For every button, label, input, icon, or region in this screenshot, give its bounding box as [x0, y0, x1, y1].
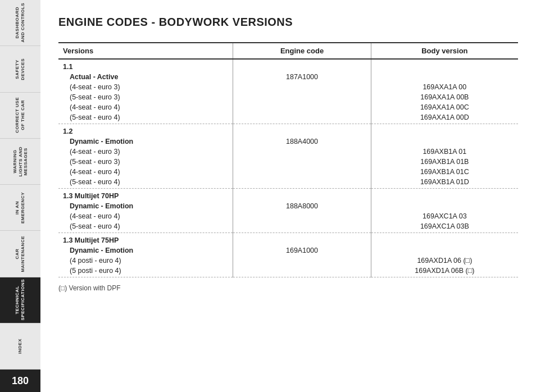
sidebar-item-correct-use-of-the-car[interactable]: CORRECT USEOF THE CAR	[0, 93, 40, 139]
subsection-label: Dynamic - Emotion	[58, 245, 233, 256]
table-row: 1.1	[58, 59, 518, 72]
engine-code-1-3-75: 169A1000	[233, 245, 371, 256]
section-label-1-3-75: 1.3 Multijet 75HP	[58, 233, 233, 246]
body-version: 169AXA1A 00D	[371, 112, 518, 124]
table-row: (5-seat - euro 4) 169AXA1A 00D	[58, 112, 518, 124]
sidebar-item-dashboard-and-controls[interactable]: DASHBOARDAND CONTROLS	[0, 0, 40, 46]
body-version: 169AXD1A 06 (□)	[371, 256, 518, 266]
table-row: 1.3 Multijet 75HP	[58, 233, 518, 246]
sidebar-item-warning-lights-and-messages[interactable]: WARNINGLIGHTS ANDMESSAGES	[0, 139, 40, 185]
table-row: (4-seat - euro 3) 169AXA1A 00	[58, 82, 518, 92]
subsection-label: Dynamic - Emotion	[58, 136, 233, 147]
body-version: 169AXA1A 00	[371, 82, 518, 92]
page-title: ENGINE CODES - BODYWORK VERSIONS	[58, 16, 518, 29]
main-content: ENGINE CODES - BODYWORK VERSIONS Version…	[40, 0, 536, 392]
subsection-label: Actual - Active	[58, 72, 233, 82]
table-row: (5-seat - euro 3) 169AXA1A 00B	[58, 92, 518, 102]
table-row: (4-seat - euro 4) 169AXC1A 03	[58, 211, 518, 221]
table-row: (4-seat - euro 4) 169AXA1A 00C	[58, 102, 518, 112]
body-version: 169AXB1A 01	[371, 147, 518, 157]
table-row: (4-seat - euro 3) 169AXB1A 01	[58, 147, 518, 157]
col-header-engine-code: Engine code	[233, 43, 371, 59]
engine-codes-table: Versions Engine code Body version 1.1 Ac…	[58, 42, 518, 277]
table-row: 1.2	[58, 124, 518, 137]
engine-code-1-1: 187A1000	[233, 72, 371, 82]
table-row: Dynamic - Emotion 169A1000	[58, 245, 518, 256]
body-version: 169AXA1A 00B	[371, 92, 518, 102]
body-version: 169AXB1A 01D	[371, 177, 518, 189]
table-row: (5-seat - euro 3) 169AXB1A 01B	[58, 157, 518, 167]
engine-code-1-2: 188A4000	[233, 136, 371, 147]
sidebar-item-index[interactable]: INDEX	[0, 323, 40, 370]
sidebar-item-in-an-emergency[interactable]: IN ANEMERGENCY	[0, 185, 40, 231]
footnote: (□) Version with DPF	[58, 284, 518, 292]
table-row: (4-seat - euro 4) 169AXB1A 01C	[58, 167, 518, 177]
body-version: 169AXC1A 03	[371, 211, 518, 221]
col-header-version: Versions	[58, 43, 233, 59]
body-version: 169AXB1A 01B	[371, 157, 518, 167]
section-label-1-3-70: 1.3 Multijet 70HP	[58, 189, 233, 202]
table-row: (5 posti - euro 4) 169AXD1A 06B (□)	[58, 266, 518, 277]
col-header-body-version: Body version	[371, 43, 518, 59]
table-row: (5-seat - euro 4) 169AXB1A 01D	[58, 177, 518, 189]
page-number: 180	[0, 370, 40, 392]
subsection-label: Dynamic - Emotion	[58, 201, 233, 211]
body-version: 169AXB1A 01C	[371, 167, 518, 177]
sidebar-item-technical-specifications[interactable]: TECHNICALSPECIFICATIONS	[0, 277, 40, 323]
table-row: 1.3 Multijet 70HP	[58, 189, 518, 202]
sidebar-item-safety-devices[interactable]: SAFETYDEVICES	[0, 46, 40, 92]
table-row: Actual - Active 187A1000	[58, 72, 518, 82]
body-version: 169AXA1A 00C	[371, 102, 518, 112]
sidebar-item-car-maintenance[interactable]: CARMAINTENANCE	[0, 231, 40, 277]
sidebar: DASHBOARDAND CONTROLS SAFETYDEVICES CORR…	[0, 0, 40, 392]
section-label-1-2: 1.2	[58, 124, 233, 137]
engine-code-1-3-70: 188A8000	[233, 201, 371, 211]
section-label-1-1: 1.1	[58, 59, 233, 72]
table-row: (5-seat - euro 4) 169AXC1A 03B	[58, 221, 518, 233]
body-version: 169AXD1A 06B (□)	[371, 266, 518, 277]
body-version: 169AXC1A 03B	[371, 221, 518, 233]
table-row: (4 posti - euro 4) 169AXD1A 06 (□)	[58, 256, 518, 266]
table-header-row: Versions Engine code Body version	[58, 43, 518, 59]
table-row: Dynamic - Emotion 188A4000	[58, 136, 518, 147]
table-row: Dynamic - Emotion 188A8000	[58, 201, 518, 211]
